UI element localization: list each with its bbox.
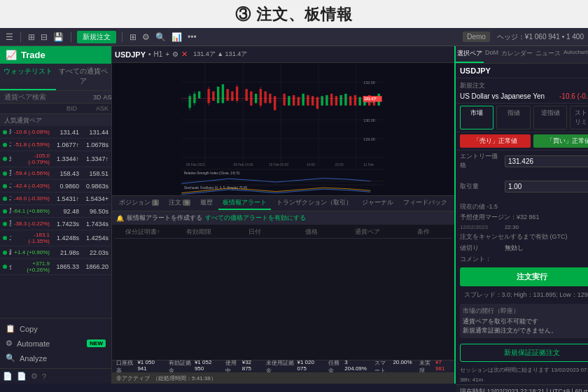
tab-badge-0: 1: [152, 200, 159, 206]
search2-icon[interactable]: 🔍: [154, 32, 167, 42]
price-mode-row: 「売り」正常値 「買い」正常値: [456, 132, 588, 150]
pair-item[interactable]: ユーロ/スイス・フラン -42.4 (-0.43%) 0.9860 0.9863…: [0, 180, 111, 192]
pair-ask: 1.5434+: [79, 195, 108, 202]
col-bid-header: BID: [46, 105, 77, 112]
settings-icon[interactable]: ⚙: [141, 32, 151, 42]
chart-settings-icon[interactable]: ⚙: [172, 50, 178, 58]
pair-item[interactable]: ユーロ/豪ドル -46.0 (-0.30%) 1.5431↑ 1.5434+: [0, 192, 111, 205]
pair-change: -59.4 (-0.56%): [11, 170, 50, 176]
bottom-tab-0[interactable]: ポジション1: [115, 197, 163, 210]
analyze-item[interactable]: 🔍 Analyze: [3, 351, 108, 365]
analyze-icon: 🔍: [6, 354, 15, 363]
order-type-limit[interactable]: 指値: [496, 106, 531, 130]
pair-dot: [3, 236, 7, 240]
pair-dot: [3, 197, 7, 201]
volume-input[interactable]: [505, 181, 588, 192]
save-icon[interactable]: 💾: [52, 32, 65, 42]
pair-item[interactable]: ユーロ/加ドル -183.1 (-1.35%) 1.4248s 1.4254s: [0, 230, 111, 246]
grid-icon[interactable]: ⊞: [128, 32, 138, 42]
footer-settings-icon[interactable]: ⚙: [31, 372, 38, 381]
account-bar: 口座残高 ¥1 050 941 有効証拠金 ¥1 052 950 使用中 ¥32…: [112, 360, 454, 372]
chart-svg: 132.00 131.00 130.00 129.00 131.4ア 06 Fe…: [112, 63, 454, 195]
svg-rect-39: [316, 97, 318, 109]
expiry-info: 注文をキャンセルするまで有効 (GTC): [456, 232, 588, 242]
buy-button[interactable]: 「買い」正常値: [533, 134, 588, 148]
svg-rect-42: [330, 94, 332, 106]
footer-icon1[interactable]: 📄: [3, 372, 13, 381]
entry-price-input[interactable]: [505, 155, 588, 167]
table-col-header-0[interactable]: 保分証明書↑: [115, 227, 171, 237]
search-input[interactable]: [4, 93, 93, 101]
automate-item[interactable]: ⚙ Automate NEW: [3, 336, 108, 351]
bottom-tab-4[interactable]: トランザクション（取引）: [272, 197, 356, 210]
footer-icon2[interactable]: 📄: [17, 372, 27, 381]
more-icon[interactable]: •••: [186, 32, 198, 42]
layout-icon[interactable]: ⊟: [39, 32, 49, 42]
bottom-tab-5[interactable]: ジャーナル: [358, 197, 398, 210]
footer-help-icon[interactable]: ?: [42, 372, 46, 381]
alert-notice: 🔔 板情報アラートを作成する すべての価格アラートを有効にする: [112, 211, 454, 225]
svg-text:Relative Strength Index (Close: Relative Strength Index (Close, 14) 51: [184, 172, 240, 175]
price-change: -10.6 (-0.00%): [559, 92, 588, 100]
pair-item[interactable]: ユーロ/米ドル -51.8 (-0.59%) 1.0677↑ 1.0678s: [0, 139, 111, 151]
table-area: 保分証明書↑有効期限日付価格通貨ペア条件: [112, 225, 454, 360]
pair-item[interactable]: 米ドル/加ドル -105.0 (-0.79%) 1.3344↑ 1.3347↑: [0, 151, 111, 167]
pair-item[interactable]: 英ポンド/円 -59.4 (-0.56%) 158.43 158.51: [0, 167, 111, 180]
pair-item[interactable]: 米ドル/円 -10.8 (-0.08%) 131.41 131.44: [0, 126, 111, 139]
pair-item[interactable]: 加ドル/円 -64.1 (+0.86%) 92.48 96.50s: [0, 205, 111, 218]
table-col-header-3[interactable]: 価格: [283, 227, 339, 237]
bottom-tab-1[interactable]: 注文9: [164, 197, 194, 210]
volume-label: 取引量: [460, 182, 502, 191]
pair-item[interactable]: 英ポンド/豪ドル -38.3 (-0.22%) 1.7423s 1.7434s: [0, 218, 111, 230]
sell-button[interactable]: 「売り」正常値: [460, 134, 531, 148]
svg-rect-31: [274, 96, 276, 110]
pair-dot: [3, 157, 7, 161]
pair-item[interactable]: 金/米ドル +371.9 (+0.26%) 1865.33 1866.20: [0, 259, 111, 275]
bottom-tab-3[interactable]: 板情報アラート: [218, 197, 271, 210]
3d-btn[interactable]: 3D: [93, 94, 102, 101]
table-col-header-1[interactable]: 有効期限: [171, 227, 227, 237]
chart-add-icon[interactable]: +: [165, 50, 169, 58]
rtab-selected-pair[interactable]: 選択ペア: [456, 46, 484, 63]
separator1: [20, 32, 21, 42]
pair-change: -42.4 (-0.43%): [11, 183, 50, 189]
chart-close-icon[interactable]: ✕: [181, 50, 188, 59]
svg-text:130.00: 130.00: [363, 118, 375, 122]
chart-tf[interactable]: H1: [154, 50, 163, 58]
svg-rect-24: [245, 89, 247, 101]
rtab-news[interactable]: ニュース: [534, 46, 562, 63]
column-headers: BID ASK: [0, 104, 111, 114]
tab-all-pairs[interactable]: すべての通貨ペア: [56, 64, 112, 90]
pair-dot: [3, 184, 7, 188]
rtab-dom[interactable]: DoM: [484, 46, 500, 63]
table-col-header-2[interactable]: 日付: [227, 227, 283, 237]
svg-rect-37: [307, 95, 309, 106]
menu-icon[interactable]: ☰: [4, 32, 15, 42]
order-section-title: 新規注文: [460, 81, 588, 90]
tab-watchlist[interactable]: ウォッチリスト: [0, 64, 56, 90]
rtab-calendar[interactable]: カレンダー: [500, 46, 534, 63]
pair-dot: [3, 143, 7, 147]
pair-change: -46.0 (-0.30%): [11, 195, 50, 202]
rtab-autochartist[interactable]: Autochartist: [562, 46, 588, 63]
indicator-icon[interactable]: 📊: [170, 32, 183, 42]
margin-info: 現在の値 -1.5: [456, 202, 588, 212]
bottom-tab-2[interactable]: 履歴: [196, 197, 217, 210]
order-type-market[interactable]: 市場: [460, 106, 494, 130]
order-type-stop[interactable]: 逆指値: [533, 106, 568, 130]
alert-link[interactable]: すべての価格アラートを有効にする: [205, 214, 306, 223]
chart-icon[interactable]: ⊞: [27, 32, 36, 42]
pair-ask: 0.9863s: [79, 183, 108, 190]
new-order-button[interactable]: 新規注文: [77, 31, 116, 43]
table-col-header-4[interactable]: 通貨ペア: [340, 227, 396, 237]
new-order-protected-button[interactable]: 新規保証証拠注文: [460, 344, 588, 362]
table-col-header-5[interactable]: 条件: [396, 227, 451, 237]
pair-ask: 1.4254s: [79, 234, 108, 241]
copy-item[interactable]: 📋 Copy: [3, 321, 108, 336]
main-layout: 📈 Trade ウォッチリスト すべての通貨ペア 3D ASK BID ASK …: [0, 46, 588, 384]
execute-order-button[interactable]: 注文実行: [460, 267, 588, 286]
order-type-stop-limit[interactable]: ストップリミット: [570, 106, 588, 130]
pair-item[interactable]: 豪/米ドル +1.4 (+0.90%) 21.98s 22.03s: [0, 246, 111, 259]
chart-toolbar: USDJPY • H1 + ⚙ ✕ 131.4ア ▲ 131.4ア: [112, 46, 454, 63]
bottom-tab-6[interactable]: フィードバック: [399, 197, 451, 210]
